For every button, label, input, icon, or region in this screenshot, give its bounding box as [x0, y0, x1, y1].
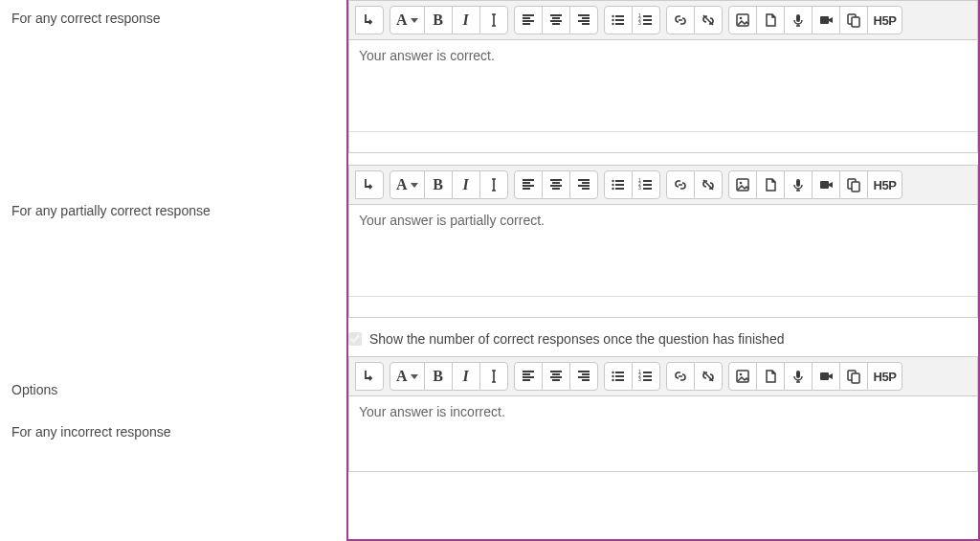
- editor-body-partial[interactable]: Your answer is partially correct.: [349, 205, 977, 296]
- toggle-toolbar-button[interactable]: [355, 170, 384, 199]
- manage-files-button[interactable]: [839, 362, 868, 391]
- manage-files-button[interactable]: [839, 6, 868, 34]
- h5p-button[interactable]: H5P: [867, 170, 903, 199]
- label-incorrect: For any incorrect response: [11, 423, 331, 442]
- label-partial: For any partially correct response: [11, 202, 331, 221]
- paragraph-style-button[interactable]: A: [390, 6, 425, 34]
- numbered-list-button[interactable]: [632, 6, 660, 34]
- editor-correct: A B I: [348, 0, 978, 153]
- video-button[interactable]: [812, 362, 840, 391]
- editor-partial: A B I: [348, 165, 978, 318]
- editor-footer: [349, 296, 977, 317]
- chevron-down-icon: [411, 18, 418, 23]
- paragraph-style-button[interactable]: A: [390, 362, 425, 391]
- align-center-button[interactable]: [542, 362, 570, 391]
- h5p-button[interactable]: H5P: [867, 362, 903, 391]
- unlink-button[interactable]: [694, 6, 723, 34]
- editor-footer: [349, 131, 977, 152]
- toggle-toolbar-button[interactable]: [355, 6, 384, 34]
- show-count-label: Show the number of correct responses onc…: [369, 331, 784, 347]
- link-button[interactable]: [666, 6, 695, 34]
- editor-incorrect: A B I: [348, 356, 978, 472]
- align-right-button[interactable]: [569, 6, 598, 34]
- feedback-panel: A B I: [346, 0, 980, 541]
- bold-button[interactable]: B: [424, 170, 453, 199]
- paragraph-style-button[interactable]: A: [390, 170, 425, 199]
- microphone-button[interactable]: [784, 6, 813, 34]
- link-button[interactable]: [666, 362, 695, 391]
- editor-body-correct[interactable]: Your answer is correct.: [349, 40, 977, 131]
- text-cursor-button[interactable]: [479, 362, 508, 391]
- link-button[interactable]: [666, 170, 695, 199]
- align-center-button[interactable]: [542, 6, 570, 34]
- bullet-list-button[interactable]: [604, 170, 633, 199]
- file-button[interactable]: [756, 170, 785, 199]
- align-right-button[interactable]: [569, 362, 598, 391]
- text-cursor-button[interactable]: [479, 6, 508, 34]
- chevron-down-icon: [411, 374, 418, 379]
- label-correct: For any correct response: [11, 10, 331, 29]
- video-button[interactable]: [812, 6, 840, 34]
- video-button[interactable]: [812, 170, 840, 199]
- italic-button[interactable]: I: [452, 6, 480, 34]
- unlink-button[interactable]: [694, 362, 723, 391]
- microphone-button[interactable]: [784, 362, 813, 391]
- align-right-button[interactable]: [569, 170, 598, 199]
- italic-button[interactable]: I: [452, 170, 480, 199]
- image-button[interactable]: [728, 362, 757, 391]
- bold-button[interactable]: B: [424, 6, 453, 34]
- numbered-list-button[interactable]: [632, 362, 660, 391]
- align-center-button[interactable]: [542, 170, 570, 199]
- bold-button[interactable]: B: [424, 362, 453, 391]
- numbered-list-button[interactable]: [632, 170, 660, 199]
- label-options: Options: [11, 381, 331, 400]
- image-button[interactable]: [728, 6, 757, 34]
- toggle-toolbar-button[interactable]: [355, 362, 384, 391]
- toolbar-partial: A B I: [349, 166, 977, 205]
- align-left-button[interactable]: [514, 170, 543, 199]
- file-button[interactable]: [756, 362, 785, 391]
- microphone-button[interactable]: [784, 170, 813, 199]
- editor-body-incorrect[interactable]: Your answer is incorrect.: [349, 396, 977, 471]
- image-button[interactable]: [728, 170, 757, 199]
- align-left-button[interactable]: [514, 362, 543, 391]
- italic-button[interactable]: I: [452, 362, 480, 391]
- options-row: Show the number of correct responses onc…: [348, 329, 978, 356]
- align-left-button[interactable]: [514, 6, 543, 34]
- bullet-list-button[interactable]: [604, 6, 633, 34]
- text-cursor-button[interactable]: [479, 170, 508, 199]
- toolbar-correct: A B I: [349, 1, 977, 40]
- manage-files-button[interactable]: [839, 170, 868, 199]
- bullet-list-button[interactable]: [604, 362, 633, 391]
- toolbar-incorrect: A B I: [349, 357, 977, 396]
- unlink-button[interactable]: [694, 170, 723, 199]
- show-count-checkbox[interactable]: [348, 332, 362, 346]
- chevron-down-icon: [411, 183, 418, 188]
- h5p-button[interactable]: H5P: [867, 6, 903, 34]
- file-button[interactable]: [756, 6, 785, 34]
